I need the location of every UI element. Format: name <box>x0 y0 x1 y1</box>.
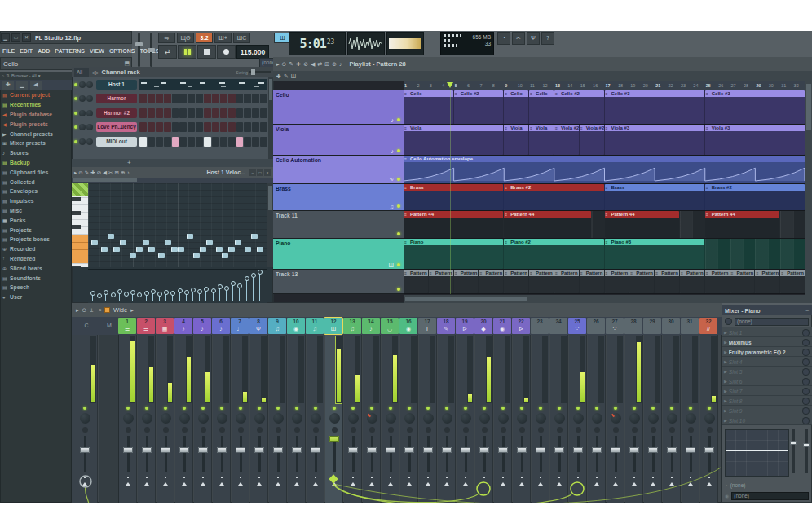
strip-fader-handle[interactable] <box>292 447 302 453</box>
slot-enable-knob[interactable] <box>802 368 810 376</box>
strip-stereo-knob[interactable] <box>82 427 88 433</box>
strip-route-arrow[interactable] <box>182 482 187 486</box>
step-cell[interactable] <box>179 137 187 147</box>
strip-fader-handle[interactable] <box>80 447 90 453</box>
strip-pan-knob[interactable] <box>292 413 302 424</box>
velocity-head[interactable] <box>97 293 102 298</box>
midi-note[interactable] <box>228 247 235 252</box>
step-cell[interactable] <box>228 137 236 147</box>
strip-pan-knob[interactable] <box>573 413 584 424</box>
strip-enable-led[interactable] <box>633 407 636 410</box>
clip-body[interactable] <box>655 276 679 293</box>
strip-route-arrow[interactable] <box>82 482 87 486</box>
pl-mute-icon[interactable]: ◀ <box>311 61 315 68</box>
strip-route-arrow[interactable] <box>407 482 412 486</box>
step-cell[interactable] <box>139 137 147 147</box>
step-cell[interactable] <box>204 137 211 147</box>
step-cell[interactable] <box>156 137 163 147</box>
strip-pan-knob[interactable] <box>461 413 471 424</box>
piano-roll-vscroll[interactable] <box>267 183 273 267</box>
browser-item-misc[interactable]: ▤Misc <box>0 206 72 216</box>
strip-fader-handle[interactable] <box>348 447 358 453</box>
velocity-stem[interactable] <box>213 292 214 301</box>
strip-route-arrow[interactable] <box>557 482 562 486</box>
mixer-track-button-1[interactable]: 1☰ <box>118 318 136 334</box>
strip-enable-led[interactable] <box>689 407 692 410</box>
menu-item-patterns[interactable]: PATTERNS <box>52 48 87 54</box>
strip-route-arrow[interactable] <box>313 482 318 486</box>
clip-pattern-27[interactable]: Pattern 27 <box>705 270 730 293</box>
step-cell[interactable] <box>172 108 179 118</box>
clip-body[interactable] <box>529 276 554 293</box>
step-cell[interactable] <box>188 122 195 132</box>
midi-note[interactable] <box>165 240 171 245</box>
browser-item-plugin-database[interactable]: ◀Plugin database <box>0 110 72 120</box>
mixer-strip-bass-drum[interactable]: Bass Drum <box>288 335 306 503</box>
strip-fader-handle[interactable] <box>629 447 639 453</box>
step-cell[interactable] <box>139 94 147 103</box>
step-cell[interactable] <box>196 122 203 132</box>
strip-stereo-knob[interactable] <box>126 427 131 433</box>
pr-delete-icon[interactable]: ⊘ <box>97 169 101 176</box>
strip-pan-knob[interactable] <box>311 413 321 424</box>
channel-button[interactable]: Harmor #2 <box>96 108 137 118</box>
step-cell[interactable] <box>139 122 147 132</box>
main-volume-slider[interactable] <box>138 33 140 67</box>
strip-pan-knob[interactable] <box>273 413 284 424</box>
velocity-head[interactable] <box>237 283 242 288</box>
strip-enable-led[interactable] <box>670 407 673 410</box>
strip-enable-led[interactable] <box>164 407 167 410</box>
step-cell[interactable] <box>252 94 259 103</box>
mixer-track-button-6[interactable]: 6♪ <box>212 318 230 334</box>
slot-enable-knob[interactable] <box>802 329 810 336</box>
velocity-head[interactable] <box>117 289 122 294</box>
mixer-strip-string-section[interactable]: String Section <box>213 335 231 503</box>
pr-playback-icon[interactable]: ♪ <box>126 169 129 175</box>
fx-slot-2[interactable]: ▶Maximus <box>722 337 812 347</box>
mixer-strip-insert-26[interactable]: Insert 26 <box>588 335 606 503</box>
clip-body[interactable] <box>404 245 503 269</box>
channel-enable-led[interactable] <box>74 125 77 129</box>
fx-slot-8[interactable]: ▶Slot 8 <box>722 396 812 406</box>
clip-body[interactable] <box>730 276 755 293</box>
clip-body[interactable] <box>404 276 428 293</box>
strip-route-arrow[interactable] <box>651 482 655 486</box>
strip-enable-led[interactable] <box>220 407 223 410</box>
channel-button[interactable]: Love Ph..uency <box>96 122 137 132</box>
strip-fader-handle[interactable] <box>254 447 264 453</box>
strip-fader-handle[interactable] <box>179 447 189 453</box>
clip-viola-#2[interactable]: Viola #2 <box>580 125 604 155</box>
output-value[interactable]: (none) <box>731 492 809 500</box>
clip-body[interactable] <box>529 97 554 124</box>
strip-fader-handle[interactable] <box>704 447 714 453</box>
timeline-ruler[interactable]: 1234567891011121314151617181920212223242… <box>404 81 805 90</box>
add-channel-button[interactable]: + <box>72 159 273 167</box>
velocity-head[interactable] <box>144 291 149 296</box>
strip-fader-handle[interactable] <box>611 447 620 453</box>
strip-pan-knob[interactable] <box>367 413 377 424</box>
mixer-strip-strings[interactable]: Strings <box>363 335 381 503</box>
mixer-track-button-17[interactable]: 17T <box>418 318 436 334</box>
clip-cello-#2[interactable]: Cello #2 <box>554 90 604 124</box>
strip-stereo-knob[interactable] <box>369 427 375 433</box>
clip-piano-#3[interactable]: Piano #3 <box>605 239 704 269</box>
step-cell[interactable] <box>220 137 227 147</box>
menu-item-edit[interactable]: EDIT <box>17 48 35 54</box>
pl-zoom-icon[interactable]: ⊕ <box>332 61 337 68</box>
velocity-stem[interactable] <box>219 288 220 301</box>
mixer-track-button-9[interactable]: 9♫ <box>268 318 286 334</box>
clip-pattern-44[interactable]: Pattern 44 <box>504 211 591 238</box>
browser-item-scores[interactable]: ♪Scores <box>0 148 72 158</box>
track-mute-led[interactable] <box>397 149 400 152</box>
strip-pan-knob[interactable] <box>686 413 696 424</box>
clip-cello[interactable]: Cello <box>404 90 453 124</box>
clip-body[interactable] <box>504 276 528 293</box>
step-cell[interactable] <box>212 122 219 132</box>
tempo-display[interactable]: 115.000 <box>236 45 269 59</box>
channel-pan-knob[interactable] <box>79 138 86 145</box>
step-cell[interactable] <box>252 137 259 147</box>
mixer-track-button-21[interactable]: 21◉ <box>493 318 511 334</box>
clip-viola-#3[interactable]: Viola #3 <box>605 125 704 155</box>
menu-item-add[interactable]: ADD <box>35 48 52 54</box>
step-cell[interactable] <box>179 108 187 118</box>
